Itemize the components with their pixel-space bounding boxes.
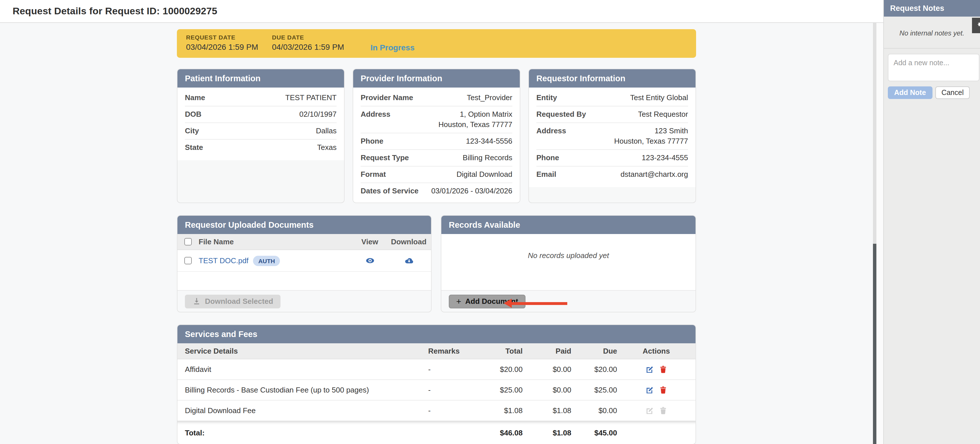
document-row: TEST DOC.pdf AUTH (177, 250, 431, 272)
page-title: Request Details for Request ID: 10000292… (13, 5, 217, 17)
requestor-information-header: Requestor Information (529, 69, 695, 87)
field-value: 1, Option Matrix Houston, Texas 77777 (439, 109, 512, 130)
due-column-header: Due (571, 347, 617, 355)
gear-icon[interactable] (972, 18, 980, 33)
due-date-group: DUE DATE 04/03/2026 1:59 PM (272, 34, 344, 51)
field-label: Address (361, 109, 390, 120)
field-value: Dallas (316, 126, 337, 136)
service-remarks: - (428, 385, 485, 394)
document-file-link[interactable]: TEST DOC.pdf (199, 256, 248, 265)
edit-icon[interactable] (645, 365, 654, 374)
table-row: Address 123 Smith Houston, Texas 77777 (536, 123, 688, 150)
service-remarks: - (428, 406, 485, 415)
field-label: Email (536, 170, 556, 180)
table-row: Format Digital Download (361, 166, 512, 183)
no-notes-text: No internal notes yet. (884, 29, 980, 37)
patient-information-header: Patient Information (177, 69, 344, 87)
field-label: Phone (361, 136, 383, 146)
select-all-checkbox[interactable] (185, 238, 192, 246)
field-value: Test Requestor (638, 109, 688, 120)
page: Request Details for Request ID: 10000292… (0, 0, 980, 444)
trash-icon[interactable] (659, 385, 667, 394)
documents-table-header: File Name View Download (177, 234, 431, 250)
grand-paid: $1.08 (523, 428, 571, 437)
service-due: $25.00 (571, 385, 617, 394)
table-row: Email dstanart@chartx.org (536, 166, 688, 182)
red-arrow-annotation (504, 300, 567, 306)
field-label: State (185, 143, 203, 153)
services-total-row: Total: $46.08 $1.08 $45.00 (177, 421, 695, 444)
download-selected-button[interactable]: Download Selected (185, 294, 280, 308)
service-paid: $0.00 (523, 365, 571, 374)
records-available-body: No records uploaded yet (441, 234, 695, 290)
service-total: $1.08 (485, 406, 523, 415)
total-column-header: Total (485, 347, 523, 355)
provider-information-header: Provider Information (353, 69, 520, 87)
documents-empty-space (177, 272, 431, 290)
patient-information-card: Patient Information Name TEST PATIENT DO… (177, 69, 345, 203)
table-row: Name TEST PATIENT (185, 90, 337, 106)
request-details-content: REQUEST DATE 03/04/2026 1:59 PM DUE DATE… (177, 23, 696, 444)
grand-total: $46.08 (485, 428, 523, 437)
total-label: Total: (177, 428, 428, 437)
cancel-button[interactable]: Cancel (935, 86, 970, 99)
service-row: Affidavit - $20.00 $0.00 $20.00 (177, 359, 695, 380)
request-date-label: REQUEST DATE (186, 34, 258, 41)
download-selected-label: Download Selected (205, 297, 273, 306)
view-column-header: View (353, 238, 387, 246)
provider-information-table: Provider Name Test_Provider Address 1, O… (353, 87, 520, 203)
table-row: City Dallas (185, 123, 337, 140)
patient-information-table: Name TEST PATIENT DOB 02/10/1997 City Da… (177, 87, 344, 160)
auth-badge: AUTH (253, 255, 280, 266)
field-label: Request Type (361, 153, 409, 163)
info-cards-row: Patient Information Name TEST PATIENT DO… (177, 69, 696, 203)
table-row: DOB 02/10/1997 (185, 106, 337, 123)
table-row: Request Type Billing Records (361, 150, 512, 166)
records-available-header: Records Available (441, 216, 695, 234)
edit-icon[interactable] (645, 385, 654, 394)
uploaded-documents-body: File Name View Download TEST DOC.pdf AUT… (177, 234, 431, 290)
main-content-area: Request Details for Request ID: 10000292… (0, 0, 883, 444)
table-row: Address 1, Option Matrix Houston, Texas … (361, 106, 512, 133)
field-value: 03/01/2026 - 03/04/2026 (431, 186, 512, 196)
trash-icon[interactable] (659, 365, 667, 374)
new-note-input[interactable] (888, 54, 979, 81)
table-row: Entity Test Entity Global (536, 90, 688, 106)
page-title-bar: Request Details for Request ID: 10000292… (0, 0, 883, 23)
add-note-button[interactable]: Add Note (888, 86, 932, 99)
sidebar-divider (884, 48, 980, 49)
document-checkbox[interactable] (185, 257, 192, 264)
service-name: Digital Download Fee (177, 406, 428, 415)
download-tray-icon (192, 297, 201, 306)
plus-icon: + (456, 297, 461, 306)
field-value: TEST PATIENT (285, 93, 337, 103)
due-date-label: DUE DATE (272, 34, 344, 41)
scrollbar-thumb[interactable] (873, 244, 877, 444)
service-due: $0.00 (571, 406, 617, 415)
eye-icon[interactable] (366, 256, 374, 265)
requestor-information-table: Entity Test Entity Global Requested By T… (529, 87, 695, 187)
table-row: State Texas (185, 140, 337, 155)
records-available-footer: + Add Document (441, 290, 695, 312)
service-paid: $1.08 (523, 406, 571, 415)
no-records-text: No records uploaded yet (528, 251, 609, 260)
uploaded-documents-footer: Download Selected (177, 290, 431, 312)
request-date-value: 03/04/2026 1:59 PM (186, 42, 258, 51)
table-row: Phone 123-234-4555 (536, 150, 688, 166)
field-label: DOB (185, 109, 202, 120)
service-total: $20.00 (485, 365, 523, 374)
cloud-download-icon[interactable] (404, 256, 413, 265)
field-label: Dates of Service (361, 186, 418, 196)
field-label: Phone (536, 153, 559, 163)
services-and-fees-panel: Services and Fees Service Details Remark… (177, 324, 696, 444)
field-value: dstanart@chartx.org (620, 170, 688, 180)
requestor-uploaded-documents-panel: Requestor Uploaded Documents File Name V… (177, 215, 432, 312)
field-value: 02/10/1997 (299, 109, 337, 120)
edit-icon-disabled (645, 406, 654, 415)
field-label: Provider Name (361, 93, 413, 103)
requestor-information-card: Requestor Information Entity Test Entity… (528, 69, 696, 203)
arrow-head (504, 299, 512, 308)
actions-column-header: Actions (617, 347, 695, 355)
status-badge: In Progress (371, 43, 414, 52)
request-date-group: REQUEST DATE 03/04/2026 1:59 PM (186, 34, 258, 51)
